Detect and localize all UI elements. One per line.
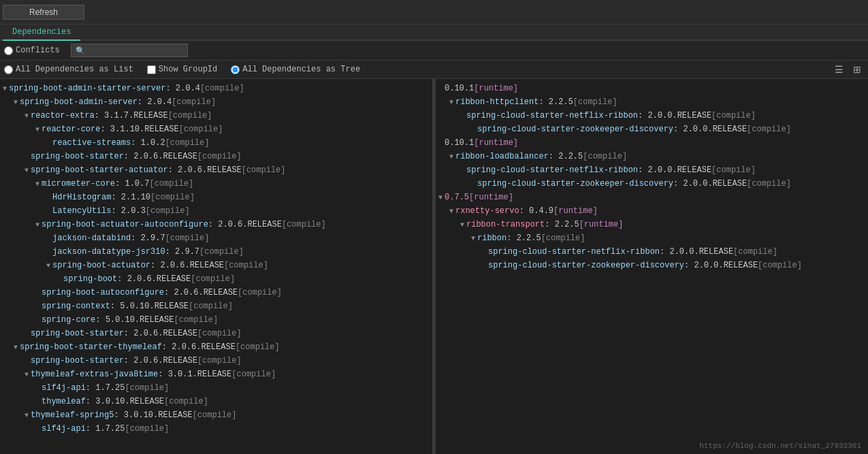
list-item[interactable]: ▼ spring-boot-actuator-autoconfigure : 2…	[0, 218, 432, 231]
list-item[interactable]: slf4j-api : 1.7.25 [compile]	[0, 381, 432, 395]
all-deps-tree-radio[interactable]	[231, 65, 240, 74]
dep-version: : 0.4.9	[519, 205, 553, 217]
dep-version: : 2.2.5	[545, 218, 579, 231]
list-item[interactable]: spring-boot-starter : 2.0.6.RELEASE [com…	[0, 327, 432, 340]
dep-name: 0.10.1	[445, 137, 474, 149]
list-item[interactable]: 0.10.1 [runtime]	[436, 82, 868, 95]
list-item[interactable]: spring-boot-autoconfigure : 2.0.6.RELEAS…	[0, 286, 432, 299]
dep-name: spring-boot-admin-starter-server	[9, 82, 165, 95]
list-item[interactable]: slf4j-api : 1.7.25 [compile]	[0, 422, 432, 436]
dep-name: LatencyUtils	[52, 205, 111, 217]
tree-arrow	[35, 288, 39, 298]
list-item[interactable]: spring-boot-starter : 2.0.6.RELEASE [com…	[0, 354, 432, 368]
dep-scope: [runtime]	[474, 82, 518, 95]
dep-version: : 2.0.6.RELEASE	[150, 259, 224, 272]
dep-scope: [compile]	[146, 205, 190, 217]
dep-version: : 2.0.4	[165, 82, 199, 95]
dep-scope: [compile]	[224, 259, 268, 272]
dep-name: spring-cloud-starter-netflix-ribbon	[488, 246, 660, 258]
dep-version: : 2.2.5	[539, 96, 573, 108]
tree-arrow	[57, 274, 61, 285]
tree-arrow: ▼	[25, 370, 29, 380]
list-item[interactable]: ▼ spring-boot-admin-server : 2.0.4 [comp…	[0, 95, 432, 109]
dep-name: spring-cloud-starter-zookeeper-discovery	[488, 259, 684, 272]
list-item[interactable]: ▼ spring-boot-admin-starter-server : 2.0…	[0, 82, 432, 95]
expand-all-icon[interactable]: ⊞	[850, 63, 864, 76]
list-item[interactable]: ▼ ribbon-loadbalancer : 2.2.5 [compile]	[436, 150, 868, 163]
show-group-id-checkbox[interactable]	[147, 65, 156, 74]
tree-arrow: ▼	[14, 342, 18, 353]
dep-scope: [compile]	[149, 178, 193, 190]
dep-scope: [compile]	[200, 82, 244, 95]
list-item[interactable]: LatencyUtils : 2.0.3 [compile]	[0, 204, 432, 218]
dep-version: : 1.7.25	[86, 382, 125, 394]
left-panel[interactable]: ▼ spring-boot-admin-starter-server : 2.0…	[0, 79, 433, 454]
list-item[interactable]: spring-cloud-starter-netflix-ribbon : 2.…	[436, 245, 868, 259]
list-item[interactable]: spring-cloud-starter-zookeeper-discovery…	[436, 259, 868, 272]
dep-name: reactive-streams	[52, 137, 131, 149]
tree-arrow	[35, 383, 39, 393]
list-item[interactable]: spring-cloud-starter-netflix-ribbon : 2.…	[436, 163, 868, 177]
search-input[interactable]	[88, 46, 183, 55]
list-item[interactable]: spring-core : 5.0.10.RELEASE [compile]	[0, 313, 432, 327]
list-item[interactable]: spring-context : 5.0.10.RELEASE [compile…	[0, 299, 432, 313]
collapse-all-icon[interactable]: ☰	[832, 63, 846, 76]
list-item[interactable]: reactive-streams : 1.0.2 [compile]	[0, 136, 432, 150]
tree-arrow: ▼	[471, 233, 475, 244]
list-item[interactable]: ▼ ribbon-httpclient : 2.2.5 [compile]	[436, 95, 868, 109]
dep-name: 0.7.5	[445, 191, 469, 204]
tree-arrow: ▼	[35, 179, 39, 189]
dep-version: : 2.0.0.RELEASE	[684, 259, 758, 272]
dep-scope: [compile]	[191, 273, 235, 285]
list-item[interactable]: jackson-datatype-jsr310 : 2.9.7 [compile…	[0, 245, 432, 259]
dep-name: rxnetty-servo	[455, 205, 519, 217]
list-item[interactable]: spring-cloud-starter-netflix-ribbon : 2.…	[436, 109, 868, 123]
list-item[interactable]: ▼ spring-boot-starter-thymeleaf : 2.0.6.…	[0, 340, 432, 354]
list-item[interactable]: ▼ ribbon : 2.2.5 [compile]	[436, 231, 868, 245]
list-item[interactable]: ▼ rxnetty-servo : 0.4.9 [runtime]	[436, 204, 868, 218]
conflicts-label: Conflicts	[16, 46, 60, 55]
dep-scope: [compile]	[197, 355, 242, 367]
list-item[interactable]: spring-cloud-starter-zookeeper-discovery…	[436, 177, 868, 191]
list-item[interactable]: ▼ 0.7.5 [runtime]	[436, 191, 868, 204]
dep-version: : 2.0.6.RELEASE	[162, 341, 236, 353]
tab-dependencies[interactable]: Dependencies	[3, 25, 80, 41]
list-item[interactable]: spring-boot-starter : 2.0.6.RELEASE [com…	[0, 150, 432, 163]
list-item[interactable]: ▼ micrometer-core : 1.0.7 [compile]	[0, 177, 432, 191]
list-item[interactable]: spring-boot : 2.0.6.RELEASE [compile]	[0, 272, 432, 286]
dep-version: : 2.0.6.RELEASE	[124, 355, 197, 367]
dep-name: spring-boot-starter	[31, 327, 124, 340]
conflicts-radio[interactable]	[4, 46, 13, 55]
list-item[interactable]: ▼ thymeleaf-extras-java8time : 3.0.1.REL…	[0, 368, 432, 381]
dep-version: : 2.9.7	[165, 246, 199, 258]
dep-version: : 2.0.6.RELEASE	[168, 164, 242, 176]
list-item[interactable]: ▼ spring-boot-actuator : 2.0.6.RELEASE […	[0, 259, 432, 272]
dep-version: : 2.2.5	[549, 150, 583, 163]
dep-name: spring-boot-autoconfigure	[42, 287, 164, 299]
list-item[interactable]: thymeleaf : 3.0.10.RELEASE [compile]	[0, 395, 432, 408]
dep-scope: [compile]	[282, 218, 326, 231]
list-item[interactable]: ▼ reactor-extra : 3.1.7.RELEASE [compile…	[0, 109, 432, 123]
all-deps-list-label: All Dependencies as List	[16, 65, 133, 74]
all-deps-list-radio[interactable]	[4, 65, 13, 74]
dep-version: : 3.1.7.RELEASE	[95, 110, 168, 122]
list-item[interactable]: ▼ ribbon-transport : 2.2.5 [runtime]	[436, 218, 868, 231]
tree-arrow	[35, 315, 39, 325]
dep-scope: [compile]	[189, 300, 233, 312]
list-item[interactable]: 0.10.1 [runtime]	[436, 136, 868, 150]
list-item[interactable]: spring-cloud-starter-zookeeper-discovery…	[436, 123, 868, 136]
dep-name: micrometer-core	[42, 178, 115, 190]
tree-arrow	[25, 356, 29, 366]
list-item[interactable]: ▼ reactor-core : 3.1.10.RELEASE [compile…	[0, 123, 432, 136]
dep-version: : 3.0.10.RELEASE	[114, 409, 192, 421]
dep-scope: [compile]	[150, 191, 195, 204]
list-item[interactable]: HdrHistogram : 2.1.10 [compile]	[0, 191, 432, 204]
dep-scope: [compile]	[197, 150, 242, 163]
dep-scope: [runtime]	[469, 191, 513, 204]
list-item[interactable]: ▼ spring-boot-starter-actuator : 2.0.6.R…	[0, 163, 432, 177]
list-item[interactable]: jackson-databind : 2.9.7 [compile]	[0, 231, 432, 245]
right-panel[interactable]: 0.10.1 [runtime]▼ ribbon-httpclient : 2.…	[436, 79, 868, 454]
dep-version: : 2.0.3	[111, 205, 145, 217]
refresh-button[interactable]: Refresh	[3, 5, 84, 20]
list-item[interactable]: ▼ thymeleaf-spring5 : 3.0.10.RELEASE [co…	[0, 408, 432, 422]
